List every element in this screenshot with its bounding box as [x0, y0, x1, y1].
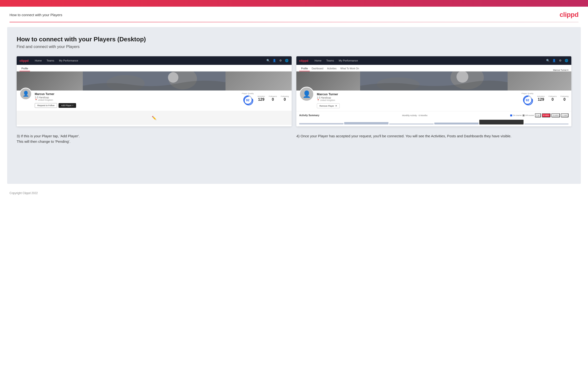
page-header: How to connect with your Players clippd — [0, 7, 588, 22]
stat-label-ing-2: Following — [560, 95, 569, 97]
profile-actions-1: Request to Follow Add Player + — [35, 103, 239, 108]
search-icon-1[interactable]: 🔍 — [266, 58, 270, 63]
screenshots-row: clippd Home Teams My Performance 🔍 👤 ⚙ 🌐… — [17, 56, 571, 126]
time-btn-1mth[interactable]: 1 mth — [561, 113, 569, 117]
app-nav-icons-1: 🔍 👤 ⚙ 🌐 — [266, 58, 289, 63]
app-subtabs-row-2: Profile Dashboard Activities What To Wor… — [296, 65, 571, 72]
app-logo-2: clippd — [299, 59, 308, 62]
quality-circle-2: 92 — [523, 95, 532, 105]
profile-stats-1: Player Quality 92 Acti — [242, 92, 289, 105]
activity-summary: Activity Summary Monthly Activity · 6 Mo… — [296, 111, 571, 126]
stat-label-act-1: Activities — [257, 95, 265, 97]
user-icon-2[interactable]: 👤 — [552, 58, 556, 63]
copyright-text: Copyright Clippd 2022 — [9, 192, 38, 195]
player-country-2: 📍 United Kingdom — [317, 99, 519, 101]
stat-value-ing-2: 0 — [560, 97, 569, 102]
tab-dashboard-2[interactable]: Dashboard — [310, 67, 325, 71]
request-follow-button[interactable]: Request to Follow — [35, 103, 57, 108]
activity-header: Activity Summary Monthly Activity · 6 Mo… — [299, 113, 569, 117]
app-nav-icons-2: 🔍 👤 ⚙ 🌐 — [546, 58, 569, 63]
svg-point-3 — [168, 72, 178, 83]
activity-title: Activity Summary — [299, 114, 319, 117]
tab-profile-1[interactable]: Profile — [19, 67, 30, 71]
stat-label-pq-2: Player Quality — [522, 92, 534, 94]
avatar-icon-1: 👤 — [23, 91, 29, 97]
stat-label-ing-1: Following — [281, 95, 289, 97]
player-name-2: Marcus Turner — [317, 92, 519, 96]
stat-label-fol-1: Followers — [269, 95, 277, 97]
player-handicap-2: 1-5 Handicap — [317, 96, 519, 99]
legend-off-course: Off course — [523, 114, 534, 117]
profile-info-row-1: 👤 Marcus Turner 1-5 Handicap 📍 United Ki… — [17, 91, 292, 111]
main-title: How to connect with your Players (Deskto… — [17, 36, 571, 43]
stat-value-act-1: 129 — [257, 97, 265, 102]
marcus-dropdown[interactable]: Marcus Turner ▾ — [553, 69, 569, 71]
player-name-1: Marcus Turner — [35, 92, 239, 96]
stat-activities-1: Activities 129 — [257, 95, 265, 102]
app-logo-1: clippd — [19, 59, 28, 62]
stat-value-fol-2: 0 — [548, 97, 557, 102]
nav-myperformance-1[interactable]: My Performance — [57, 56, 81, 65]
profile-stats-2: Player Quality 92 Acti — [522, 92, 569, 105]
user-icon-1[interactable]: 👤 — [272, 58, 277, 63]
bar-1 — [299, 123, 344, 125]
tab-profile-2[interactable]: Profile — [299, 67, 310, 71]
description-4-text: 4) Once your Player has accepted your re… — [296, 133, 571, 139]
description-4: 4) Once your Player has accepted your re… — [296, 133, 571, 144]
avatar-1: 👤 — [19, 88, 32, 100]
legend-on-course: On course — [510, 114, 522, 117]
settings-icon-1[interactable]: ⚙ — [278, 58, 283, 63]
settings-icon-2[interactable]: ⚙ — [558, 58, 562, 63]
stat-label-act-2: Activities — [537, 95, 545, 97]
description-3: 3) If this is your Player tap, 'Add Play… — [17, 133, 292, 144]
stat-activities-2: Activities 129 — [537, 95, 545, 102]
avatar-2: 👤 — [299, 87, 314, 101]
stat-value-act-2: 129 — [537, 97, 545, 102]
banner-image-2 — [296, 72, 571, 91]
app-nav-links-2: Home Teams My Performance — [312, 56, 546, 65]
quality-circle-1: 92 — [243, 95, 252, 105]
bar-3 — [389, 124, 433, 125]
time-btn-1yr[interactable]: 1 yr — [535, 113, 541, 117]
activity-bars — [299, 119, 569, 125]
screenshot-2: clippd Home Teams My Performance 🔍 👤 ⚙ 🌐… — [296, 56, 571, 126]
stat-following-2: Following 0 — [560, 95, 569, 102]
clippd-logo: clippd — [560, 11, 579, 18]
add-player-button[interactable]: Add Player + — [59, 103, 76, 108]
tab-what-to-work-on-2[interactable]: What To Work On — [338, 67, 361, 71]
marcus-name-label: Marcus Turner — [553, 69, 567, 71]
time-btn-6mths[interactable]: 6 mths — [542, 113, 550, 117]
main-subtitle: Find and connect with your Players — [17, 44, 571, 49]
description-3-text: 3) If this is your Player tap, 'Add Play… — [17, 133, 292, 144]
stat-label-fol-2: Followers — [548, 95, 557, 97]
profile-banner-2 — [296, 72, 571, 91]
top-bar — [0, 0, 588, 7]
globe-icon-1[interactable]: 🌐 — [285, 58, 289, 63]
globe-icon-2[interactable]: 🌐 — [564, 58, 569, 63]
profile-details-1: Marcus Turner 1-5 Handicap 📍 United King… — [35, 92, 239, 101]
player-handicap-1: 1-5 Handicap — [35, 96, 239, 99]
nav-home-2[interactable]: Home — [312, 56, 324, 65]
bar-5 — [479, 120, 524, 125]
activity-controls: On course Off course 1 yr 6 mths 3 mths … — [510, 113, 569, 117]
nav-home-1[interactable]: Home — [32, 56, 44, 65]
search-icon-2[interactable]: 🔍 — [546, 58, 550, 63]
quality-value-2: 92 — [526, 98, 529, 102]
tab-activities-2[interactable]: Activities — [325, 67, 338, 71]
location-icon-2: 📍 — [317, 99, 320, 101]
app-navbar-1: clippd Home Teams My Performance 🔍 👤 ⚙ 🌐 — [17, 56, 292, 65]
nav-teams-2[interactable]: Teams — [324, 56, 336, 65]
main-content: How to connect with your Players (Deskto… — [7, 27, 581, 184]
screenshot-1: clippd Home Teams My Performance 🔍 👤 ⚙ 🌐… — [17, 56, 292, 126]
app-nav-links-1: Home Teams My Performance — [32, 56, 266, 65]
header-divider — [9, 22, 579, 22]
time-btn-3mths[interactable]: 3 mths — [551, 113, 560, 117]
nav-teams-1[interactable]: Teams — [44, 56, 57, 65]
remove-player-row: Remove Player ✕ — [317, 103, 519, 108]
bar-2 — [344, 122, 389, 125]
remove-player-button[interactable]: Remove Player ✕ — [317, 103, 340, 108]
banner-image-1 — [17, 72, 292, 91]
activity-period: Monthly Activity · 6 Months — [402, 114, 427, 117]
nav-myperformance-2[interactable]: My Performance — [336, 56, 360, 65]
profile-details-2: Marcus Turner 1-5 Handicap 📍 United King… — [317, 92, 519, 101]
